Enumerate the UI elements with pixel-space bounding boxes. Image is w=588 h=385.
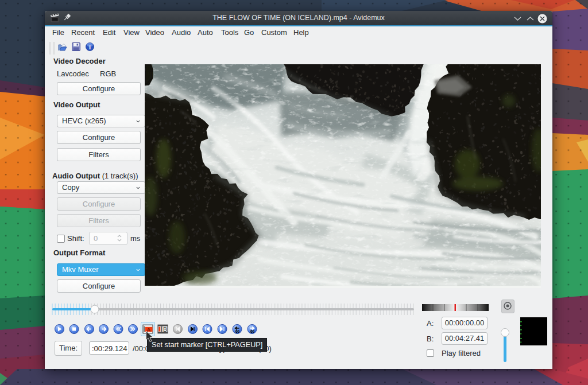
svg-text:60: 60 <box>235 329 240 333</box>
svg-text:i: i <box>89 44 91 50</box>
svg-text:B: B <box>163 326 167 333</box>
svg-text:60: 60 <box>250 329 255 333</box>
